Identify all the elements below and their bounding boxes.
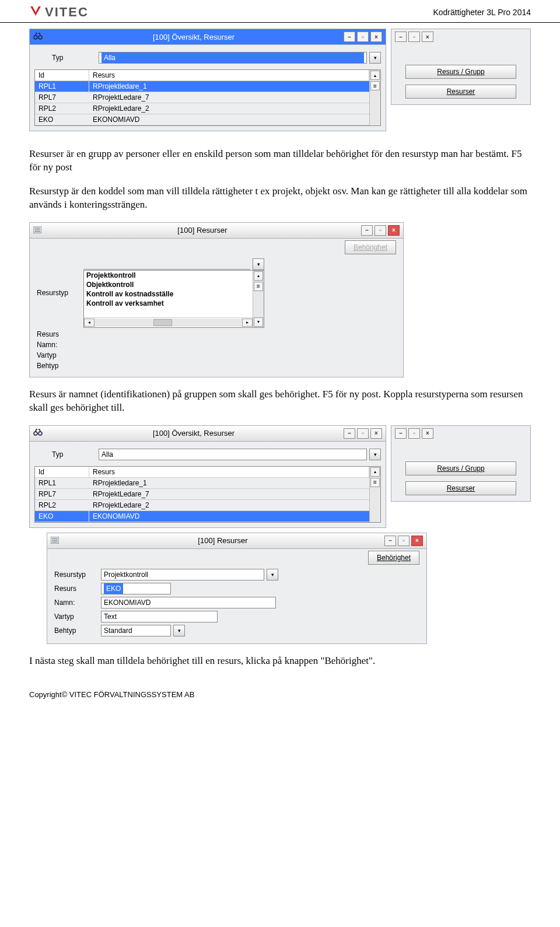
scroll-thumb-icon[interactable]: ≡ <box>370 81 380 90</box>
resurser-button[interactable]: Resurser <box>405 481 516 495</box>
typ-dropdown-icon[interactable]: ▾ <box>369 449 381 460</box>
svg-point-7 <box>38 432 42 435</box>
window-controls: – ▫ × <box>344 32 382 42</box>
list-icon <box>33 226 44 235</box>
resurstyp-input[interactable]: Projektkontroll <box>101 569 264 580</box>
resource-table: Id Resurs RPL1 RProjektledare_1 RPL7 RPr… <box>34 69 381 126</box>
titlebar: [100] Översikt, Resurser – ▫ × <box>30 426 386 442</box>
window-controls: – ▫ × <box>384 536 423 546</box>
titlebar: [100] Översikt, Resurser – ▫ × <box>30 29 386 45</box>
scroll-right-icon[interactable]: ▸ <box>242 319 253 327</box>
dropdown-icon[interactable]: ▾ <box>253 258 264 270</box>
behtyp-label: Behtyp <box>54 627 101 635</box>
side-panel-2: – ▫ × Resurs / Grupp Resurser <box>391 425 531 502</box>
table-row[interactable]: RPL1 RProjektledare_1 <box>35 477 369 488</box>
typ-dropdown-icon[interactable]: ▾ <box>369 52 381 64</box>
table-row[interactable]: RPL2 RProjektLedare_2 <box>35 499 369 510</box>
window-oversikt-1: [100] Översikt, Resurser – ▫ × Typ Alla … <box>29 29 386 131</box>
maximize-button[interactable]: ▫ <box>357 428 369 439</box>
paragraph-2: Resurstyp är den koddel som man vill til… <box>29 185 531 212</box>
typ-label: Typ <box>34 450 99 459</box>
list-item[interactable]: Kontroll av verksamhet <box>84 299 253 308</box>
scroll-up-icon[interactable]: ▴ <box>370 467 380 477</box>
scroll-left-icon[interactable]: ◂ <box>84 319 94 327</box>
svg-point-6 <box>34 432 37 435</box>
table-row[interactable]: RPL1 RProjektledare_1 <box>35 81 369 92</box>
footer: Copyright© VITEC FÖRVALTNINGSSYSTEM AB <box>0 690 560 705</box>
close-button[interactable]: × <box>422 428 433 439</box>
col-id: Id <box>35 467 89 478</box>
close-button[interactable]: × <box>370 32 382 42</box>
window-title: [100] Översikt, Resurser <box>44 33 344 41</box>
vartyp-input[interactable]: Text <box>101 611 218 622</box>
table-row[interactable]: EKO EKONOMIAVD <box>35 510 369 522</box>
close-button[interactable]: × <box>388 225 400 236</box>
window-resurser-2: [100] Resurser – ▫ × Behörighet Resursty… <box>47 533 427 644</box>
minimize-button[interactable]: – <box>395 32 407 42</box>
list-item[interactable]: Kontroll av kostnadsställe <box>84 289 253 299</box>
resurs-grupp-button[interactable]: Resurs / Grupp <box>405 461 516 475</box>
scroll-thumb-icon[interactable]: ≡ <box>370 478 380 487</box>
table-row[interactable]: RPL2 RProjektLedare_2 <box>35 103 369 114</box>
scroll-up-icon[interactable]: ▴ <box>254 271 263 281</box>
titlebar: [100] Resurser – ▫ × <box>47 533 426 549</box>
list-item[interactable]: Objektkontroll <box>84 280 253 289</box>
typ-label: Typ <box>34 54 99 62</box>
close-button[interactable]: × <box>411 536 423 546</box>
minimize-button[interactable]: – <box>344 32 355 42</box>
col-id: Id <box>35 70 89 81</box>
window-resurser-1: [100] Resurser – ▫ × Behörighet Resursty… <box>29 222 404 377</box>
minimize-button[interactable]: – <box>344 428 355 439</box>
resurs-label: Resurs <box>37 330 83 338</box>
table-row[interactable]: RPL7 RProjektLedare_7 <box>35 92 369 103</box>
window-controls: – ▫ × <box>395 428 527 439</box>
window-title: [100] Resurser <box>61 536 384 545</box>
scrollbar[interactable]: ▴ ≡ <box>369 70 380 125</box>
scroll-up-icon[interactable]: ▴ <box>370 71 380 80</box>
paragraph-1: Resurser är en grupp av personer eller e… <box>29 148 531 174</box>
resurs-input[interactable]: EKO <box>101 583 171 594</box>
resurs-grupp-button[interactable]: Resurs / Grupp <box>405 65 516 79</box>
table-row[interactable]: RPL7 RProjektLedare_7 <box>35 488 369 499</box>
col-resurs: Resurs <box>89 70 369 81</box>
behtyp-input[interactable]: Standard <box>101 625 171 636</box>
namn-label: Namn: <box>37 341 83 349</box>
maximize-button[interactable]: ▫ <box>374 225 386 236</box>
resurstyp-listbox[interactable]: Projektkontroll Objektkontroll Kontroll … <box>83 270 264 328</box>
close-button[interactable]: × <box>422 32 433 42</box>
close-button[interactable]: × <box>370 428 382 439</box>
dropdown-icon[interactable]: ▾ <box>267 569 278 580</box>
scroll-down-icon[interactable]: ▾ <box>254 317 263 327</box>
resurser-button[interactable]: Resurser <box>405 85 516 99</box>
horizontal-scrollbar[interactable]: ◂ ▸ <box>84 317 253 327</box>
namn-label: Namn: <box>54 599 101 607</box>
maximize-button[interactable]: ▫ <box>357 32 369 42</box>
resurstyp-label: Resurstyp <box>54 571 101 579</box>
minimize-button[interactable]: – <box>384 536 396 546</box>
typ-input[interactable]: Alla <box>99 449 367 460</box>
table-row[interactable]: EKO EKONOMIAVD <box>35 114 369 125</box>
maximize-button[interactable]: ▫ <box>408 32 420 42</box>
typ-input[interactable]: Alla <box>99 52 367 64</box>
dropdown-icon[interactable]: ▾ <box>173 625 185 636</box>
maximize-button[interactable]: ▫ <box>398 536 410 546</box>
titlebar: [100] Resurser – ▫ × <box>30 223 403 239</box>
window-controls: – ▫ × <box>395 32 527 42</box>
list-item[interactable]: Projektkontroll <box>84 271 253 280</box>
minimize-button[interactable]: – <box>361 225 373 236</box>
minimize-button[interactable]: – <box>395 428 407 439</box>
header-right: Kodrättigheter 3L Pro 2014 <box>433 8 531 17</box>
scroll-thumb-icon[interactable]: ≡ <box>254 282 263 291</box>
maximize-button[interactable]: ▫ <box>408 428 420 439</box>
list-icon <box>51 536 61 545</box>
window-controls: – ▫ × <box>344 428 382 439</box>
resurstyp-label: Resurstyp <box>37 289 83 297</box>
behorighet-button[interactable]: Behörighet <box>345 240 396 254</box>
behorighet-button[interactable]: Behörighet <box>368 551 419 565</box>
behtyp-label: Behtyp <box>37 362 83 370</box>
scrollbar[interactable]: ▴ ≡ <box>369 467 380 522</box>
namn-input[interactable]: EKONOMIAVD <box>101 597 276 608</box>
scrollbar[interactable]: ▴ ≡ ▾ <box>253 271 264 327</box>
page-header: VITEC Kodrättigheter 3L Pro 2014 <box>0 0 560 23</box>
logo-text: VITEC <box>45 5 89 20</box>
